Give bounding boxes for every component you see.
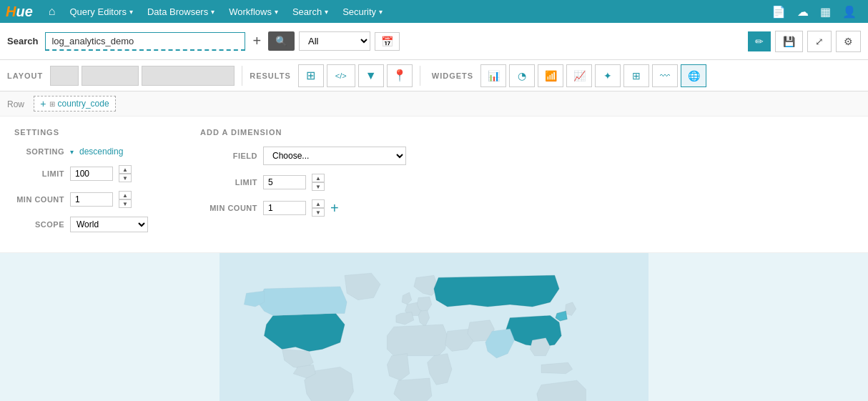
settings-panel: SETTINGS SORTING ▾ descending LIMIT ▲ ▼ … (0, 117, 868, 253)
settings-button[interactable]: ⚙ (836, 31, 861, 52)
calendar-icon: 📅 (381, 36, 393, 47)
nav-doc-icon[interactable]: 📄 (766, 5, 791, 19)
edit-button[interactable]: ✏ (748, 31, 771, 51)
plus-icon: + (40, 98, 46, 109)
search-bar: Search + 🔍 All 📅 ✏ 💾 ⤢ ⚙ (0, 23, 868, 60)
nav-security[interactable]: Security ▾ (335, 0, 390, 23)
gear-icon: ⚙ (844, 36, 853, 47)
field-tag[interactable]: + ⊞ country_code (34, 96, 115, 112)
min-count-spinner: ▲ ▼ (119, 191, 132, 208)
row-bar: Row + ⊞ country_code (0, 91, 868, 117)
logo-h: H (6, 4, 16, 20)
nav-home[interactable]: ⌂ (41, 0, 63, 23)
layout-box-1[interactable] (50, 66, 79, 86)
field-row: FIELD Choose... (200, 147, 406, 165)
widget-globe-button[interactable]: 🌐 (681, 64, 706, 87)
divider-2 (420, 66, 420, 86)
canada-country (257, 287, 347, 316)
expand-button[interactable]: ⤢ (807, 31, 832, 52)
search-input[interactable] (45, 32, 245, 51)
dim-min-count-input[interactable] (263, 201, 306, 215)
layout-box-3[interactable] (142, 66, 235, 86)
sorting-value[interactable]: descending (79, 147, 123, 157)
limit-up-button[interactable]: ▲ (119, 165, 132, 174)
home-icon: ⌂ (49, 5, 56, 18)
widget-grid-button[interactable]: ⊞ (623, 64, 649, 87)
widget-pie-button[interactable]: ◔ (509, 64, 535, 87)
scope-row: SCOPE World Europe North America South A… (14, 217, 157, 232)
dim-min-count-label: MIN COUNT (200, 204, 257, 212)
limit-label: LIMIT (14, 169, 64, 178)
dim-limit-row: LIMIT ▲ ▼ (200, 174, 406, 191)
africa-south-country (394, 378, 432, 401)
result-table-button[interactable]: ⊞ (298, 64, 324, 87)
field-name: country_code (58, 99, 109, 109)
dim-limit-label: LIMIT (200, 178, 257, 187)
toolbar: LAYOUT RESULTS ⊞ </> ▼ 📍 WIDGETS 📊 ◔ 📶 📈… (0, 60, 868, 91)
settings-title: SETTINGS (14, 128, 157, 137)
nav-grid-icon[interactable]: ▦ (814, 5, 837, 19)
add-dimension-button[interactable]: + (330, 200, 339, 217)
min-count-up-button[interactable]: ▲ (119, 191, 132, 199)
filter-select[interactable]: All (299, 31, 370, 51)
map-svg (0, 253, 868, 401)
min-count-down-button[interactable]: ▼ (119, 199, 132, 208)
world-map (0, 253, 868, 401)
result-code-button[interactable]: </> (327, 64, 355, 87)
results-label: RESULTS (250, 71, 291, 80)
widget-column-button[interactable]: 📶 (538, 64, 563, 87)
dim-min-count-down-button[interactable]: ▼ (312, 208, 325, 217)
field-select[interactable]: Choose... (263, 147, 406, 165)
nav-cloud-icon[interactable]: ☁ (791, 5, 814, 19)
expand-icon: ⤢ (815, 36, 824, 47)
divider-1 (242, 66, 242, 86)
nav-data-browsers[interactable]: Data Browsers ▾ (140, 0, 222, 23)
drag-icon: ⊞ (49, 100, 55, 108)
widget-network-button[interactable]: ✦ (595, 64, 621, 87)
dim-limit-spinner: ▲ ▼ (312, 174, 325, 191)
min-count-label: MIN COUNT (14, 195, 64, 204)
result-filter-button[interactable]: ▼ (358, 64, 384, 87)
min-count-row: MIN COUNT ▲ ▼ (14, 191, 157, 208)
dim-min-count-row: MIN COUNT ▲ ▼ + (200, 199, 406, 217)
calendar-button[interactable]: 📅 (375, 32, 400, 51)
logo[interactable]: Hue (6, 4, 33, 20)
dim-limit-up-button[interactable]: ▲ (312, 174, 325, 182)
nav-security-label: Security (342, 6, 376, 17)
nav-workflows[interactable]: Workflows ▾ (222, 0, 285, 23)
dim-limit-input[interactable] (263, 175, 306, 189)
nav-data-browsers-label: Data Browsers (147, 6, 208, 17)
nav-query-editors[interactable]: Query Editors ▾ (62, 0, 139, 23)
nav-search[interactable]: Search ▾ (285, 0, 335, 23)
limit-down-button[interactable]: ▼ (119, 174, 132, 182)
row-label: Row (7, 99, 24, 109)
nav-workflows-label: Workflows (229, 6, 272, 17)
layout-label: LAYOUT (7, 71, 43, 80)
widget-bar-button[interactable]: 📊 (480, 64, 506, 87)
dimension-title: ADD A DIMENSION (200, 128, 406, 137)
nav-search-label: Search (292, 6, 322, 17)
widget-line-button[interactable]: 📈 (566, 64, 592, 87)
dim-min-count-spinner: ▲ ▼ (312, 199, 325, 217)
save-button[interactable]: 💾 (775, 31, 803, 52)
layout-box-2[interactable] (82, 66, 139, 86)
scope-select[interactable]: World Europe North America South America… (70, 217, 148, 232)
chevron-down-icon: ▾ (275, 8, 278, 16)
nav-user-icon[interactable]: 👤 (837, 5, 862, 19)
min-count-input[interactable] (70, 192, 113, 207)
settings-section: SETTINGS SORTING ▾ descending LIMIT ▲ ▼ … (14, 128, 157, 241)
limit-input[interactable] (70, 167, 113, 181)
dimension-section: ADD A DIMENSION FIELD Choose... LIMIT ▲ … (200, 128, 406, 241)
widget-area-button[interactable]: 〰 (652, 64, 678, 87)
search-icon: 🔍 (275, 36, 287, 46)
nav-query-editors-label: Query Editors (69, 6, 126, 17)
africa-north-country (387, 325, 447, 356)
add-filter-button[interactable]: + (250, 33, 264, 49)
sorting-label: SORTING (14, 147, 64, 156)
dim-limit-down-button[interactable]: ▼ (312, 182, 325, 191)
result-pin-button[interactable]: 📍 (387, 64, 413, 87)
dim-min-count-up-button[interactable]: ▲ (312, 199, 325, 208)
search-button[interactable]: 🔍 (268, 31, 295, 51)
top-navigation: Hue ⌂ Query Editors ▾ Data Browsers ▾ Wo… (0, 0, 868, 23)
sort-arrow-icon: ▾ (70, 148, 74, 156)
